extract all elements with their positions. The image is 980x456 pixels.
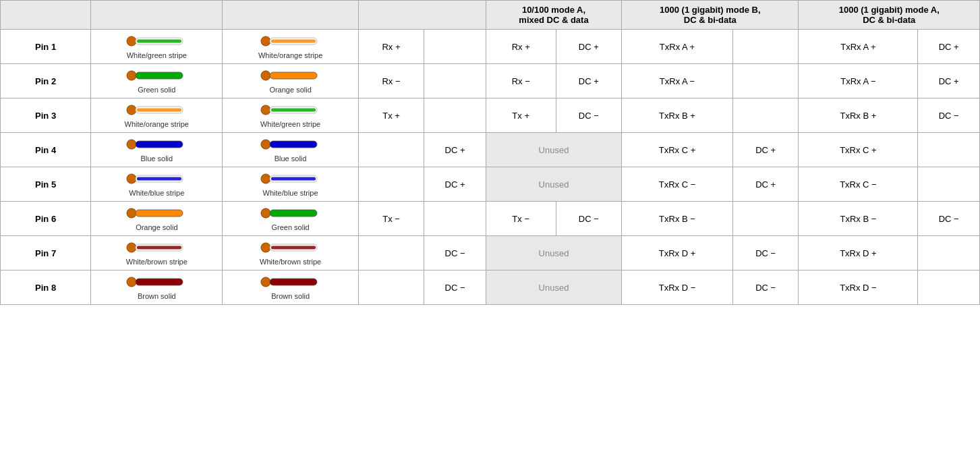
mode-1000a-data1: TxRx D − <box>799 270 918 305</box>
mode-a-data2: DC + <box>556 30 622 64</box>
svg-rect-5 <box>271 40 316 43</box>
t568a-label: White/blue stripe <box>129 189 184 197</box>
t568b-cell: White/brown stripe <box>223 236 358 270</box>
unused-cell: Unused <box>486 270 621 305</box>
t568b-label: Brown solid <box>271 292 310 300</box>
mode-1000a-data2: DC − <box>918 202 980 236</box>
mode-b-dc: DC + <box>424 133 486 167</box>
mode-1000b-data2 <box>732 64 799 98</box>
mode-1000b-data2 <box>732 30 799 64</box>
mode-1000a-data1: TxRx B − <box>799 202 918 236</box>
mode-b-dc <box>424 30 486 64</box>
mode-1000a-data1: TxRx A + <box>799 30 918 64</box>
svg-rect-9 <box>270 72 317 79</box>
svg-rect-35 <box>271 246 316 250</box>
table-row: Pin 7 White/brown stripe White/brown str… <box>1 236 980 270</box>
mode-1000b-data1: TxRx C + <box>622 133 733 167</box>
mode-1000b-data2 <box>732 98 799 133</box>
t568a-label: Orange solid <box>136 223 177 231</box>
mode-a-data1: Rx − <box>486 64 556 98</box>
header-t568b <box>223 1 358 30</box>
mode-b-dc <box>424 202 486 236</box>
mode-b-main: Rx − <box>358 64 424 98</box>
mode-1000b-data1: TxRx B + <box>622 98 733 133</box>
table-row: Pin 2 Green solid Orange solid Rx − Rx −… <box>1 64 980 98</box>
unused-cell: Unused <box>486 133 621 167</box>
table-row: Pin 8 Brown solid Brown solid DC − Unuse… <box>1 270 980 305</box>
mode-b-main <box>358 133 424 167</box>
mode-1000b-data2: DC + <box>732 133 799 167</box>
t568a-label: Blue solid <box>140 154 173 163</box>
t568a-cell: Blue solid <box>91 133 223 167</box>
mode-a-data2: DC − <box>556 98 622 133</box>
t568a-label: White/orange stripe <box>125 120 189 128</box>
mode-1000a-data1: TxRx D + <box>799 236 918 270</box>
mode-1000a-data2: DC + <box>918 64 980 98</box>
mode-b-dc: DC − <box>424 236 486 270</box>
ethernet-pinout-table: 10/100 mode A,mixed DC & data 1000 (1 gi… <box>0 0 980 305</box>
mode-1000b-data1: TxRx D + <box>622 236 733 270</box>
header-mode-1000-b: 1000 (1 gigabit) mode B,DC & bi-data <box>622 1 799 30</box>
t568a-cell: White/orange stripe <box>91 98 223 133</box>
mode-b-main <box>358 270 424 305</box>
t568a-label: White/brown stripe <box>126 258 188 266</box>
t568b-label: Blue solid <box>275 154 307 163</box>
svg-rect-2 <box>137 40 181 43</box>
mode-b-dc <box>424 64 486 98</box>
t568b-cell: Brown solid <box>223 270 358 305</box>
svg-rect-15 <box>271 109 316 112</box>
mode-1000b-data2: DC − <box>732 236 799 270</box>
header-mode-1000-a: 1000 (1 gigabit) mode A,DC & bi-data <box>799 1 980 30</box>
t568b-label: White/blue stripe <box>263 189 318 197</box>
svg-point-28 <box>261 208 270 218</box>
t568b-cell: White/blue stripe <box>223 167 358 202</box>
header-mode-10100-b <box>358 1 486 30</box>
unused-cell: Unused <box>486 236 621 270</box>
header-pins <box>1 1 91 30</box>
svg-point-38 <box>261 277 270 287</box>
pin-label: Pin 1 <box>1 30 91 64</box>
t568b-cell: Blue solid <box>223 133 358 167</box>
mode-1000a-data1: TxRx B + <box>799 98 918 133</box>
svg-rect-22 <box>137 177 181 181</box>
t568a-label: Brown solid <box>138 292 176 300</box>
svg-rect-29 <box>270 210 317 217</box>
svg-point-13 <box>261 105 270 115</box>
mode-b-main: Tx − <box>358 202 424 236</box>
pin-label: Pin 2 <box>1 64 91 98</box>
svg-point-16 <box>127 140 136 149</box>
svg-point-23 <box>261 174 270 183</box>
table-row: Pin 3 White/orange stripe White/green st… <box>1 98 980 133</box>
mode-1000a-data1: TxRx A − <box>799 64 918 98</box>
mode-a-data2: DC + <box>556 64 622 98</box>
t568b-cell: White/green stripe <box>223 98 358 133</box>
mode-1000b-data2: DC + <box>732 167 799 202</box>
mode-b-main <box>358 236 424 270</box>
mode-1000a-data2: DC − <box>918 98 980 133</box>
mode-1000a-data2 <box>918 270 980 305</box>
mode-1000a-data1: TxRx C + <box>799 133 918 167</box>
svg-point-30 <box>127 243 136 252</box>
mode-1000a-data2 <box>918 133 980 167</box>
t568b-label: White/green stripe <box>260 120 320 128</box>
t568a-label: Green solid <box>138 86 175 94</box>
svg-rect-27 <box>136 210 183 217</box>
svg-rect-32 <box>137 246 181 250</box>
svg-rect-39 <box>270 279 317 285</box>
t568b-label: Green solid <box>271 223 309 231</box>
mode-b-main: Tx + <box>358 98 424 133</box>
pin-label: Pin 6 <box>1 202 91 236</box>
mode-1000a-data2: DC + <box>918 30 980 64</box>
mode-b-dc: DC − <box>424 270 486 305</box>
svg-point-8 <box>261 71 270 80</box>
mode-b-dc: DC + <box>424 167 486 202</box>
mode-a-data2: DC − <box>556 202 622 236</box>
t568b-label: White/orange stripe <box>258 51 322 59</box>
t568b-cell: White/orange stripe <box>223 30 358 64</box>
t568a-label: White/green stripe <box>127 51 187 59</box>
svg-point-6 <box>127 71 136 80</box>
mode-a-data1: Rx + <box>486 30 556 64</box>
table-row: Pin 1 White/green stripe White/orange st… <box>1 30 980 64</box>
pin-label: Pin 8 <box>1 270 91 305</box>
mode-a-data1: Tx − <box>486 202 556 236</box>
